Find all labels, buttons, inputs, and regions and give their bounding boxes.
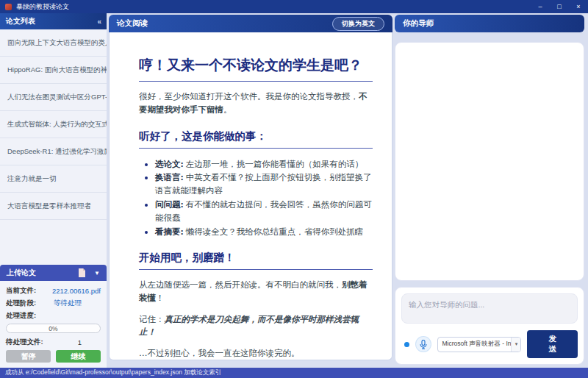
switch-language-button[interactable]: 切换为英文 [332,17,384,31]
remember-italic-text: 真正的学术是刀尖起舞，而不是像你平时那样浅尝辄止！ [139,314,359,338]
feature-item: 选论文:左边那一堆，挑一篇你能看懂的（如果有的话） [155,157,373,171]
pending-files-row: 待处理文件: 1 [6,338,101,347]
send-button[interactable]: 发送 [527,330,578,358]
mentor-title: 你的导师 [403,18,434,29]
pending-files-count: 1 [78,338,82,346]
chevron-down-icon[interactable]: ▼ [94,270,100,277]
paper-list-sidebar: 论文列表 « 面向无限上下文大语言模型的类人… HippoRAG: 面向大语言模… [0,13,107,368]
section-heading-features: 听好了，这是你能做的事： [139,129,373,143]
divider [139,269,373,270]
feature-label: 选论文: [155,159,184,169]
stage-value: 等待处理 [54,299,82,308]
intro-text: 很好，至少你知道打开这个软件。我是你的论文指导教授， [139,91,359,101]
reader-title: 论文阅读 [117,18,148,29]
maximize-button[interactable]: □ [550,0,569,13]
pause-button[interactable]: 暂停 [6,350,51,363]
audio-device-select[interactable]: Microsoft 声音映射器 - Inpu ▾ [437,337,522,352]
mentor-panel: 你的导师 Microsoft 声音映射器 - Inpu ▾ 发送 [395,15,584,365]
feature-text: 左边那一堆，挑一篇你能看懂的（如果有的话） [186,159,364,169]
current-file-label: 当前文件: [6,286,36,296]
feature-item: 换语言:中英文看不懂？按上面那个按钮切换，别指望换了语言就能理解内容 [155,171,373,198]
collapse-sidebar-icon[interactable]: « [97,18,101,26]
microphone-button[interactable] [415,336,431,352]
intro-paragraph: 很好，至少你知道打开这个软件。我是你的论文指导教授，不要期望我对你手下留情。 [139,90,373,117]
feature-text: 中英文看不懂？按上面那个按钮切换，别指望换了语言就能理解内容 [155,172,372,196]
remember-prefix: 记住： [139,314,165,324]
upload-panel-header: 上传论文 ▼ [0,265,107,281]
document-icon [78,268,85,277]
stage-row: 处理阶段: 等待处理 [6,299,101,308]
upload-buttons-row: 暂停 继续 [6,350,101,363]
question-input[interactable] [401,293,578,324]
paper-list-title: 论文列表 [6,16,35,26]
intro-end: 。 [223,104,232,115]
paper-list-item[interactable]: DeepSeek-R1: 通过强化学习激励… [0,138,107,165]
feature-item: 看摘要:懒得读全文？我给你总结重点，省得你到处抓瞎 [155,225,373,238]
paper-list: 面向无限上下文大语言模型的类人… HippoRAG: 面向大语言模型的神经… 人… [0,29,107,265]
remember-paragraph: 记住：真正的学术是刀尖起舞，而不是像你平时那样浅尝辄止！ [139,313,373,340]
progress-label-row: 处理进度: [6,311,101,321]
paper-reader-panel: 论文阅读 切换为英文 哼！又来一个不读论文的学生是吧？ 很好，至少你知道打开这个… [109,15,392,360]
close-button[interactable]: × [569,0,588,13]
paper-list-item[interactable]: 人们无法在图灵测试中区分GPT-4与… [0,84,107,111]
paper-list-item[interactable]: 大语言模型是零样本推理者 [0,193,107,220]
audio-device-value: Microsoft 声音映射器 - Inpu [438,338,512,352]
minimize-button[interactable]: – [531,0,550,13]
feature-text: 有不懂的就右边提问，我会回答，虽然你的问题可能很蠢 [155,199,372,223]
feature-label: 问问题: [155,199,184,210]
chat-input-card: Microsoft 声音映射器 - Inpu ▾ 发送 [395,287,584,365]
start-end: ！ [156,293,165,303]
chat-controls-row: Microsoft 声音映射器 - Inpu ▾ 发送 [401,330,578,358]
current-file-row: 当前文件: 2212.00616.pdf [6,286,101,296]
upload-panel-title: 上传论文 [7,268,36,278]
app-icon [5,4,12,10]
status-bar: 成功从 e:/Codefield\Git\mad-professor\outpu… [0,368,588,378]
upload-panel-body: 当前文件: 2212.00616.pdf 处理阶段: 等待处理 处理进度: 0%… [0,281,107,368]
paper-list-item[interactable]: 面向无限上下文大语言模型的类人… [0,29,107,57]
feature-text: 懒得读全文？我给你总结重点，省得你到处抓瞎 [186,227,364,237]
select-arrow-icon[interactable]: ▾ [511,338,520,352]
progress-label: 处理进度: [6,311,36,321]
paper-list-item[interactable]: HippoRAG: 面向大语言模型的神经… [0,57,107,84]
feature-list: 选论文:左边那一堆，挑一篇你能看懂的（如果有的话） 换语言:中英文看不懂？按上面… [140,157,373,238]
mentor-header: 你的导师 [395,15,584,32]
chat-history-area [395,42,584,281]
title-bar: 暴躁的教授读论文 – □ × [0,0,588,13]
feature-label: 换语言: [155,172,184,182]
current-file-value: 2212.00616.pdf [52,287,101,295]
feature-item: 问问题:有不懂的就右边提问，我会回答，虽然你的问题可能很蠢 [155,198,373,225]
microphone-icon [420,340,427,349]
status-message: 成功从 e:/Codefield\Git\mad-professor\outpu… [5,368,221,377]
resume-button[interactable]: 继续 [56,350,101,363]
pending-files-label: 待处理文件: [6,338,43,347]
divider [139,148,373,149]
start-text: 从左边随便选一篇，然后开始读。有不明白的就问我， [139,279,342,290]
divider [139,81,373,82]
article-heading: 哼！又来一个不读论文的学生是吧？ [139,56,373,75]
feature-label: 看摘要: [155,227,184,237]
upload-panel: 上传论文 ▼ 当前文件: 2212.00616.pdf 处理阶段: 等待处理 处… [0,265,107,368]
window-title: 暴躁的教授读论文 [16,2,69,12]
paper-list-item[interactable]: 注意力就是一切 [0,165,107,193]
paper-list-header: 论文列表 « [0,13,107,29]
start-paragraph: 从左边随便选一篇，然后开始读。有不明白的就问我，别憋着装懂！ [139,279,373,305]
stage-label: 处理阶段: [6,299,36,308]
paper-list-item[interactable]: 生成式智能体: 人类行为的交互式… [0,111,107,138]
section-heading-start: 开始用吧，别磨蹭！ [139,251,373,265]
window-controls: – □ × [531,0,588,13]
reader-content: 哼！又来一个不读论文的学生是吧？ 很好，至少你知道打开这个软件。我是你的论文指导… [109,32,392,360]
status-dot [404,342,409,347]
progress-bar: 0% [6,324,101,333]
reader-header: 论文阅读 切换为英文 [109,15,392,32]
closing-paragraph: …不过别担心，我会一直在这陪你读完的。 [139,347,373,360]
